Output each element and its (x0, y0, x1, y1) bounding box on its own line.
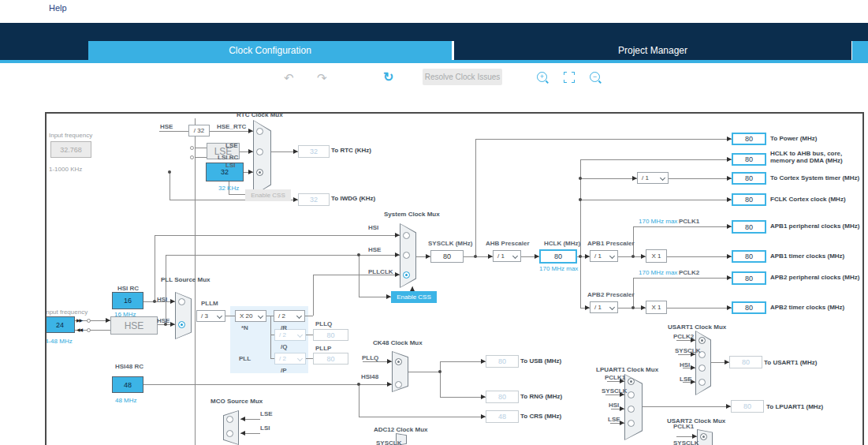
chevron-down-icon (258, 313, 263, 319)
prescaler-dropdown[interactable]: / 1 (637, 172, 669, 184)
clock-value-box[interactable]: 24 (45, 316, 75, 333)
output-label: To USART1 (MHz) (764, 359, 817, 366)
info-label: 1-1000 KHz (49, 166, 82, 173)
wire (155, 235, 155, 301)
clock-value-box-disabled: 80 (729, 356, 762, 368)
mux-radio[interactable] (178, 321, 185, 328)
fit-to-screen-icon[interactable] (564, 72, 575, 83)
mux-radio[interactable] (226, 416, 233, 423)
signal-label: PLL (239, 355, 251, 362)
wire (669, 178, 732, 179)
clock-output-box[interactable]: 80 (732, 301, 766, 314)
signal-label: PCLK1 (679, 218, 699, 225)
clock-diagram-canvas[interactable]: ▶▶◀◀32.768LSE32/ 32323280801624HSE808048… (45, 112, 864, 445)
clock-value-box[interactable]: 32 (206, 163, 244, 181)
signal-label: SYSCLK (376, 439, 401, 445)
clock-output-box[interactable]: 80 (732, 153, 766, 166)
arrow (240, 431, 245, 436)
clock-output-box[interactable]: 80 (732, 250, 766, 263)
chevron-down-icon (297, 356, 303, 361)
signal-label: HSE (368, 246, 381, 253)
clock-value-box-disabled: 80 (313, 329, 348, 341)
mux-radio[interactable] (628, 406, 635, 413)
mux-radio[interactable] (226, 430, 233, 437)
prescaler-dropdown[interactable]: / 3 (196, 310, 225, 322)
clock-output-box[interactable]: 80 (732, 193, 766, 206)
mux-radio[interactable] (403, 232, 410, 239)
mux-radio[interactable] (256, 148, 263, 155)
arrow (620, 406, 624, 411)
clock-output-box[interactable]: 80 (732, 271, 766, 285)
signal-label: LSI (225, 162, 235, 169)
enable-css-button[interactable]: Enable CSS (391, 291, 437, 303)
wire (440, 397, 486, 398)
wire (166, 255, 400, 256)
mux-radio[interactable] (395, 381, 402, 388)
tab-project-manager[interactable]: Project Manager (454, 41, 851, 60)
mux-radio[interactable] (628, 378, 635, 385)
arrow (395, 252, 400, 257)
mux-radio[interactable] (698, 337, 706, 344)
mux-radio[interactable] (698, 379, 706, 386)
zoom-out-icon[interactable]: − (590, 72, 600, 82)
freq-note-label: 32 KHz (218, 185, 239, 192)
mux-radio[interactable] (700, 433, 707, 440)
mux-radio[interactable] (256, 128, 263, 135)
clock-value-box[interactable]: 48 (112, 376, 143, 393)
prescaler-dropdown[interactable]: / 1 (590, 301, 618, 313)
signal-label: PLLM (201, 300, 218, 307)
signal-label: SYSCLK (MHz) (428, 240, 472, 247)
flow-direction-arrows: ▶▶ (76, 317, 82, 323)
tab-pinout-partial[interactable] (0, 41, 88, 60)
clock-output-box[interactable]: 80 (539, 249, 577, 264)
signal-label: PLLP (315, 345, 331, 352)
undo-icon[interactable]: ↶ (284, 71, 294, 85)
mux-radio[interactable] (256, 169, 263, 176)
menu-help[interactable]: Help (49, 3, 67, 13)
junction-dot (579, 255, 582, 258)
junction-dot (357, 383, 360, 386)
redo-icon[interactable]: ↷ (317, 71, 327, 85)
clock-output-box[interactable]: 80 (732, 220, 766, 234)
mux-radio[interactable] (395, 358, 402, 365)
arrow (248, 129, 253, 133)
mux-radio[interactable] (698, 365, 706, 372)
freq-note-label: 4-48 MHz (45, 338, 73, 345)
mux-radio[interactable] (178, 298, 185, 305)
wire (580, 178, 637, 179)
mux-title: ADC12 Clock Mux (374, 426, 427, 433)
prescaler-dropdown[interactable]: / 2 (274, 310, 305, 322)
tab-underline (0, 60, 868, 63)
zoom-in-icon[interactable]: + (537, 72, 547, 82)
wire (166, 255, 166, 324)
signal-label: HSE (160, 123, 173, 130)
refresh-icon[interactable]: ↻ (383, 69, 393, 84)
prescaler-box: X 1 (646, 249, 667, 263)
clock-value-box[interactable]: 16 (112, 292, 143, 309)
output-label: To USB (MHz) (520, 357, 561, 365)
chevron-down-icon (660, 175, 665, 181)
mux-title: MCO Source Mux (210, 398, 263, 405)
signal-label: /Q (281, 343, 287, 350)
mux-radio[interactable] (403, 252, 410, 259)
prescaler-dropdown[interactable]: / 1 (493, 250, 521, 262)
wire (580, 159, 732, 160)
mux-radio[interactable] (628, 391, 635, 398)
mux-radio[interactable] (403, 271, 410, 279)
signal-label: PLLQ (362, 354, 378, 361)
clock-output-box[interactable]: 80 (732, 133, 766, 145)
prescaler-dropdown[interactable]: X 20 (235, 310, 266, 322)
signal-label: HSI RC (117, 285, 139, 292)
info-label: Input frequency (49, 132, 92, 139)
clock-output-box[interactable]: 80 (732, 172, 766, 185)
tab-tools-partial[interactable] (852, 41, 868, 60)
signal-label: LSE (608, 416, 620, 423)
prescaler-dropdown[interactable]: / 1 (590, 250, 618, 262)
junction-dot (579, 198, 582, 201)
arrow (691, 365, 695, 370)
freq-note-label: 170 MHz max (639, 218, 677, 225)
mux-radio[interactable] (628, 420, 635, 427)
clock-value-box[interactable]: 80 (430, 250, 464, 263)
oscillator-box[interactable]: HSE (110, 316, 158, 335)
tab-clock-configuration[interactable]: Clock Configuration (88, 41, 452, 60)
